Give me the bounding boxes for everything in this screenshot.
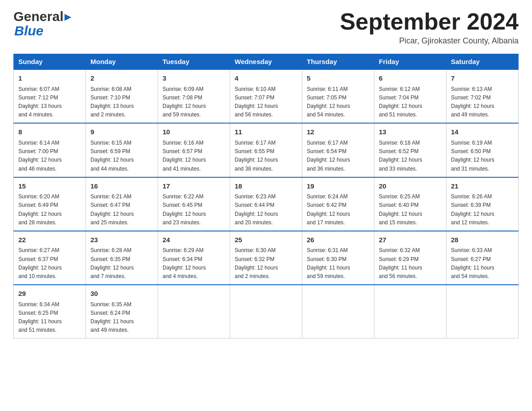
day-number: 13: [379, 127, 442, 137]
day-header-tuesday: Tuesday: [158, 54, 230, 70]
calendar-cell: 13Sunrise: 6:18 AMSunset: 6:52 PMDayligh…: [374, 123, 446, 177]
day-info: Sunrise: 6:16 AMSunset: 6:57 PMDaylight:…: [163, 139, 225, 173]
page-header: General ▶ Blue September 2024 Picar, Gji…: [13, 9, 519, 46]
day-number: 3: [163, 73, 225, 84]
day-info: Sunrise: 6:12 AMSunset: 7:04 PMDaylight:…: [379, 85, 442, 120]
day-info: Sunrise: 6:29 AMSunset: 6:34 PMDaylight:…: [163, 246, 225, 281]
day-info: Sunrise: 6:35 AMSunset: 6:24 PMDaylight:…: [90, 300, 153, 335]
calendar-cell: 6Sunrise: 6:12 AMSunset: 7:04 PMDaylight…: [374, 69, 446, 123]
month-title: September 2024: [340, 9, 519, 34]
calendar-cell: 9Sunrise: 6:15 AMSunset: 6:59 PMDaylight…: [86, 123, 158, 177]
day-info: Sunrise: 6:11 AMSunset: 7:05 PMDaylight:…: [307, 85, 369, 120]
calendar-cell: [446, 285, 519, 338]
calendar-cell: 26Sunrise: 6:31 AMSunset: 6:30 PMDayligh…: [302, 231, 374, 285]
day-number: 8: [18, 127, 81, 137]
week-row-5: 29Sunrise: 6:34 AMSunset: 6:25 PMDayligh…: [14, 285, 519, 338]
calendar-cell: 16Sunrise: 6:21 AMSunset: 6:47 PMDayligh…: [86, 177, 158, 231]
day-info: Sunrise: 6:32 AMSunset: 6:29 PMDaylight:…: [379, 246, 442, 281]
calendar-body: 1Sunrise: 6:07 AMSunset: 7:12 PMDaylight…: [14, 69, 519, 338]
logo: General ▶ Blue: [13, 9, 71, 38]
calendar-cell: 7Sunrise: 6:13 AMSunset: 7:02 PMDaylight…: [446, 69, 519, 123]
day-header-thursday: Thursday: [302, 54, 374, 70]
day-info: Sunrise: 6:28 AMSunset: 6:35 PMDaylight:…: [90, 246, 153, 281]
calendar-header: SundayMondayTuesdayWednesdayThursdayFrid…: [14, 54, 519, 70]
calendar-cell: 29Sunrise: 6:34 AMSunset: 6:25 PMDayligh…: [14, 285, 86, 338]
calendar-cell: 15Sunrise: 6:20 AMSunset: 6:49 PMDayligh…: [14, 177, 86, 231]
day-number: 22: [18, 235, 81, 245]
day-info: Sunrise: 6:23 AMSunset: 6:44 PMDaylight:…: [235, 193, 297, 227]
calendar-cell: 2Sunrise: 6:08 AMSunset: 7:10 PMDaylight…: [86, 69, 158, 123]
day-number: 14: [451, 127, 514, 137]
day-number: 19: [307, 181, 369, 192]
day-number: 7: [451, 73, 514, 84]
calendar-cell: 18Sunrise: 6:23 AMSunset: 6:44 PMDayligh…: [230, 177, 302, 231]
calendar-cell: 12Sunrise: 6:17 AMSunset: 6:54 PMDayligh…: [302, 123, 374, 177]
day-header-sunday: Sunday: [14, 54, 86, 70]
calendar-cell: 27Sunrise: 6:32 AMSunset: 6:29 PMDayligh…: [374, 231, 446, 285]
calendar-cell: 5Sunrise: 6:11 AMSunset: 7:05 PMDaylight…: [302, 69, 374, 123]
day-info: Sunrise: 6:33 AMSunset: 6:27 PMDaylight:…: [451, 246, 514, 281]
calendar-cell: [302, 285, 374, 338]
calendar-cell: 25Sunrise: 6:30 AMSunset: 6:32 PMDayligh…: [230, 231, 302, 285]
week-row-4: 22Sunrise: 6:27 AMSunset: 6:37 PMDayligh…: [14, 231, 519, 285]
calendar-cell: 10Sunrise: 6:16 AMSunset: 6:57 PMDayligh…: [158, 123, 230, 177]
day-info: Sunrise: 6:27 AMSunset: 6:37 PMDaylight:…: [18, 246, 81, 281]
week-row-3: 15Sunrise: 6:20 AMSunset: 6:49 PMDayligh…: [14, 177, 519, 231]
day-info: Sunrise: 6:21 AMSunset: 6:47 PMDaylight:…: [90, 193, 153, 227]
calendar-table: SundayMondayTuesdayWednesdayThursdayFrid…: [13, 54, 519, 338]
day-info: Sunrise: 6:19 AMSunset: 6:50 PMDaylight:…: [451, 139, 514, 173]
day-number: 4: [235, 73, 297, 84]
day-number: 2: [90, 73, 153, 84]
calendar-cell: 11Sunrise: 6:17 AMSunset: 6:55 PMDayligh…: [230, 123, 302, 177]
day-info: Sunrise: 6:10 AMSunset: 7:07 PMDaylight:…: [235, 85, 297, 120]
day-info: Sunrise: 6:25 AMSunset: 6:40 PMDaylight:…: [379, 193, 442, 227]
day-header-wednesday: Wednesday: [230, 54, 302, 70]
calendar-cell: 28Sunrise: 6:33 AMSunset: 6:27 PMDayligh…: [446, 231, 519, 285]
calendar-cell: 8Sunrise: 6:14 AMSunset: 7:00 PMDaylight…: [14, 123, 86, 177]
logo-general-text: General: [13, 9, 64, 24]
week-row-1: 1Sunrise: 6:07 AMSunset: 7:12 PMDaylight…: [14, 69, 519, 123]
calendar-cell: [158, 285, 230, 338]
day-number: 26: [307, 235, 369, 245]
calendar-cell: 4Sunrise: 6:10 AMSunset: 7:07 PMDaylight…: [230, 69, 302, 123]
calendar-cell: 30Sunrise: 6:35 AMSunset: 6:24 PMDayligh…: [86, 285, 158, 338]
calendar-cell: 17Sunrise: 6:22 AMSunset: 6:45 PMDayligh…: [158, 177, 230, 231]
day-number: 24: [163, 235, 225, 245]
day-number: 18: [235, 181, 297, 192]
day-number: 21: [451, 181, 514, 192]
day-number: 29: [18, 289, 81, 299]
day-number: 23: [90, 235, 153, 245]
day-number: 12: [307, 127, 369, 137]
day-info: Sunrise: 6:31 AMSunset: 6:30 PMDaylight:…: [307, 246, 369, 281]
calendar-cell: 22Sunrise: 6:27 AMSunset: 6:37 PMDayligh…: [14, 231, 86, 285]
day-info: Sunrise: 6:22 AMSunset: 6:45 PMDaylight:…: [163, 193, 225, 227]
day-header-saturday: Saturday: [446, 54, 519, 70]
day-header-friday: Friday: [374, 54, 446, 70]
day-number: 6: [379, 73, 442, 84]
day-number: 17: [163, 181, 225, 192]
calendar-cell: [374, 285, 446, 338]
calendar-cell: 23Sunrise: 6:28 AMSunset: 6:35 PMDayligh…: [86, 231, 158, 285]
day-info: Sunrise: 6:13 AMSunset: 7:02 PMDaylight:…: [451, 85, 514, 120]
day-info: Sunrise: 6:34 AMSunset: 6:25 PMDaylight:…: [18, 300, 81, 335]
day-info: Sunrise: 6:08 AMSunset: 7:10 PMDaylight:…: [90, 85, 153, 120]
day-info: Sunrise: 6:09 AMSunset: 7:08 PMDaylight:…: [163, 85, 225, 120]
subtitle: Picar, Gjirokaster County, Albania: [340, 36, 519, 46]
day-number: 15: [18, 181, 81, 192]
calendar-cell: 3Sunrise: 6:09 AMSunset: 7:08 PMDaylight…: [158, 69, 230, 123]
day-number: 25: [235, 235, 297, 245]
week-row-2: 8Sunrise: 6:14 AMSunset: 7:00 PMDaylight…: [14, 123, 519, 177]
day-info: Sunrise: 6:15 AMSunset: 6:59 PMDaylight:…: [90, 139, 153, 173]
logo-blue-text: Blue: [14, 24, 43, 38]
day-number: 30: [90, 289, 153, 299]
day-number: 1: [18, 73, 81, 84]
calendar-cell: 24Sunrise: 6:29 AMSunset: 6:34 PMDayligh…: [158, 231, 230, 285]
day-header-monday: Monday: [86, 54, 158, 70]
calendar-cell: 20Sunrise: 6:25 AMSunset: 6:40 PMDayligh…: [374, 177, 446, 231]
day-info: Sunrise: 6:14 AMSunset: 7:00 PMDaylight:…: [18, 139, 81, 173]
day-number: 5: [307, 73, 369, 84]
day-number: 20: [379, 181, 442, 192]
day-info: Sunrise: 6:24 AMSunset: 6:42 PMDaylight:…: [307, 193, 369, 227]
day-info: Sunrise: 6:18 AMSunset: 6:52 PMDaylight:…: [379, 139, 442, 173]
day-info: Sunrise: 6:17 AMSunset: 6:55 PMDaylight:…: [235, 139, 297, 173]
